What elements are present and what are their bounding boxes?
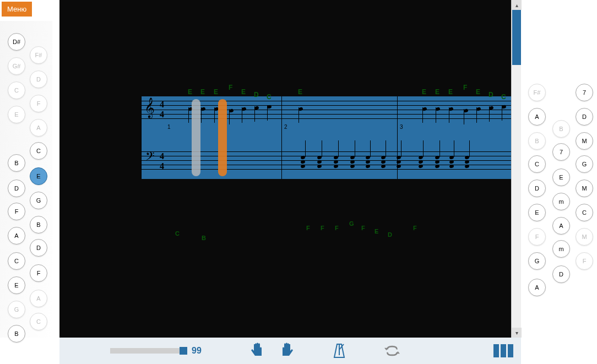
left-key-E[interactable]: E <box>30 167 47 185</box>
left-key-D[interactable]: D <box>8 180 25 197</box>
left-key-A[interactable]: A <box>30 119 47 137</box>
left-key-F[interactable]: F <box>8 203 25 220</box>
note-stem <box>254 106 255 122</box>
left-key-F[interactable]: F <box>30 264 47 282</box>
left-key-E[interactable]: E <box>8 106 25 123</box>
left-key-D[interactable]: D <box>30 239 47 257</box>
staff-system-1: 𝄞 𝄢 4 4 4 4 1 2 3 EEEFEDCEEEEFEDC <box>141 96 521 179</box>
right-key-B[interactable]: B <box>552 120 570 138</box>
left-key-A[interactable]: A <box>8 227 25 245</box>
left-key-C[interactable]: C <box>8 82 25 99</box>
right-key-M[interactable]: M <box>576 180 593 197</box>
note-stem <box>422 107 423 123</box>
left-key-B[interactable]: B <box>8 325 25 343</box>
note-stem <box>305 140 306 157</box>
note-letter: E <box>188 88 192 96</box>
note-stem <box>489 106 490 122</box>
left-key-A[interactable]: A <box>30 290 47 307</box>
playback-cursor-shadow <box>192 99 200 176</box>
right-key-E[interactable]: E <box>552 169 570 186</box>
note-letter: E <box>422 88 426 96</box>
right-key-A[interactable]: A <box>528 108 546 126</box>
menu-button[interactable]: Меню <box>2 2 32 17</box>
tempo-slider[interactable] <box>110 348 187 354</box>
note-stem <box>322 140 322 157</box>
left-key-G#[interactable]: G# <box>8 57 25 75</box>
note-stem <box>298 107 299 123</box>
left-key-G[interactable]: G <box>8 301 25 318</box>
left-key-C[interactable]: C <box>30 142 47 160</box>
playback-cursor[interactable] <box>218 99 227 176</box>
note-letter: F <box>413 225 417 231</box>
left-key-G[interactable]: G <box>30 192 47 209</box>
note-letter: F <box>335 225 339 231</box>
left-key-B[interactable]: B <box>8 154 25 172</box>
bass-clef-icon: 𝄢 <box>145 149 155 166</box>
note-stem <box>436 107 436 123</box>
tempo-value: 99 <box>192 346 202 356</box>
left-keyboard-panel: D#F#G#DCFEACBEDGFBADCFEAGCB <box>0 21 52 338</box>
tempo-slider-thumb[interactable] <box>180 347 187 355</box>
right-key-C[interactable]: C <box>576 204 593 221</box>
svg-rect-0 <box>493 344 499 357</box>
scroll-up-button[interactable]: ▴ <box>512 0 522 10</box>
scroll-thumb[interactable] <box>512 10 521 65</box>
right-key-B[interactable]: B <box>528 132 546 150</box>
note-letter: E <box>200 88 205 96</box>
right-key-C[interactable]: C <box>528 155 546 173</box>
note-letter: G <box>349 220 354 227</box>
note-letter: F <box>361 225 365 231</box>
note-letter: E <box>298 88 302 96</box>
note-letter: F <box>229 84 232 91</box>
vertical-scrollbar[interactable]: ▴ ▾ <box>511 0 521 338</box>
right-key-F[interactable]: F <box>528 228 546 246</box>
right-key-A[interactable]: A <box>552 217 570 235</box>
left-key-B[interactable]: B <box>30 216 47 233</box>
left-key-F[interactable]: F <box>30 95 47 112</box>
right-key-m[interactable]: m <box>552 193 570 210</box>
right-key-m[interactable]: m <box>552 240 570 258</box>
view-columns-button[interactable] <box>492 342 514 360</box>
note-letter: E <box>375 228 378 235</box>
score-viewport: 𝄞 𝄢 4 4 4 4 1 2 3 EEEFEDCEEEEFEDC CBFFFG… <box>59 0 521 338</box>
right-key-E[interactable]: E <box>528 204 546 221</box>
metronome-button[interactable] <box>332 342 347 360</box>
note-letter: D <box>254 91 259 99</box>
left-key-C[interactable]: C <box>8 252 25 270</box>
note-stem <box>469 140 470 157</box>
bottom-toolbar: 99 <box>59 338 521 364</box>
left-key-F#[interactable]: F# <box>30 46 47 64</box>
measure-number: 1 <box>167 124 171 130</box>
right-key-G[interactable]: G <box>576 155 593 173</box>
note-stem <box>423 140 424 157</box>
right-key-7[interactable]: 7 <box>552 143 570 161</box>
note-stem <box>201 107 202 123</box>
right-key-G[interactable]: G <box>528 252 546 270</box>
note-letter: E <box>214 88 218 96</box>
left-key-D[interactable]: D <box>30 70 47 88</box>
right-key-D[interactable]: D <box>552 265 570 283</box>
time-sig-bottom: 4 <box>160 110 164 119</box>
note-letter: E <box>448 88 453 96</box>
left-key-D#[interactable]: D# <box>8 33 25 51</box>
loop-button[interactable] <box>384 342 400 360</box>
left-key-C[interactable]: C <box>30 313 47 330</box>
right-key-A[interactable]: A <box>528 279 546 296</box>
note-letter: C <box>175 230 180 237</box>
right-key-F[interactable]: F <box>576 252 593 270</box>
right-key-D[interactable]: D <box>576 108 593 126</box>
left-key-E[interactable]: E <box>8 276 25 294</box>
scroll-down-button[interactable]: ▾ <box>512 328 522 338</box>
right-key-D[interactable]: D <box>528 180 546 197</box>
measure-number: 3 <box>400 124 403 130</box>
right-key-M[interactable]: M <box>576 132 593 150</box>
note-stem <box>242 107 242 123</box>
note-letter: F <box>463 84 467 91</box>
right-key-F#[interactable]: F# <box>528 84 546 101</box>
left-hand-button[interactable] <box>250 342 265 360</box>
right-hand-button[interactable] <box>279 342 294 360</box>
right-key-M[interactable]: M <box>576 228 593 246</box>
note-stem <box>229 109 230 124</box>
note-letter: F <box>306 225 310 231</box>
right-key-7[interactable]: 7 <box>576 84 593 101</box>
